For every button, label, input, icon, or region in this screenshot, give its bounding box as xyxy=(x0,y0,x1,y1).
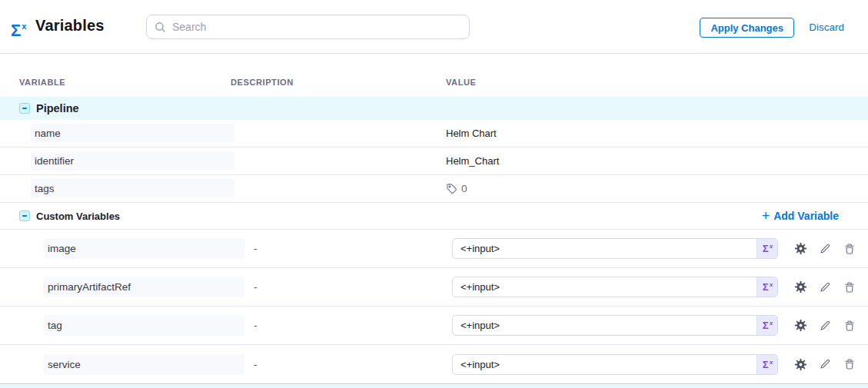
value-input-text: <+input> xyxy=(453,359,757,370)
custom-variables-section-header[interactable]: Custom Variables + Add Variable xyxy=(0,203,868,230)
edit-icon[interactable] xyxy=(818,357,832,371)
column-header-variable: VARIABLE xyxy=(19,78,231,87)
column-header-value: VALUE xyxy=(446,78,868,87)
pipeline-section-header[interactable]: Pipeline xyxy=(0,97,868,120)
add-variable-label: Add Variable xyxy=(773,210,839,222)
add-variable-button[interactable]: + Add Variable xyxy=(762,210,839,222)
sigma-sup: x xyxy=(770,281,773,288)
sigma-sup: x xyxy=(770,359,773,366)
value-input-text: <+input> xyxy=(453,320,757,331)
tag-icon xyxy=(446,183,457,194)
settings-icon[interactable] xyxy=(793,357,807,371)
edit-icon[interactable] xyxy=(818,319,832,333)
value-input[interactable]: <+input> Σx xyxy=(452,238,778,259)
plus-icon: + xyxy=(762,211,770,221)
variable-value: Helm Chart xyxy=(446,128,497,139)
panel-header: Σx Variables Apply Changes Discard xyxy=(0,0,868,54)
delete-icon[interactable] xyxy=(843,242,856,256)
expression-toggle-icon[interactable]: Σx xyxy=(757,239,777,258)
table-row-tags: tags 0 xyxy=(0,175,868,203)
table-row-tag: tag - <+input> Σx xyxy=(0,307,868,345)
sigma-sup: x xyxy=(770,243,773,250)
table-row-primaryartifactref: primaryArtifactRef - <+input> Σx xyxy=(0,268,868,307)
table-row-image: image - <+input> Σx xyxy=(0,230,868,268)
value-input[interactable]: <+input> Σx xyxy=(452,315,778,336)
settings-icon[interactable] xyxy=(793,242,807,256)
settings-icon[interactable] xyxy=(793,280,807,294)
variable-description: - xyxy=(231,243,446,254)
column-header-description: DESCRIPTION xyxy=(231,78,446,87)
table-row-identifier: identifier Helm_Chart xyxy=(0,148,868,175)
collapse-icon[interactable] xyxy=(19,211,30,221)
expression-toggle-icon[interactable]: Σx xyxy=(757,277,777,297)
pipeline-section-title: Pipeline xyxy=(36,102,79,114)
collapse-icon[interactable] xyxy=(19,103,30,114)
search-icon xyxy=(155,22,166,33)
table-header: VARIABLE DESCRIPTION VALUE xyxy=(0,54,868,97)
custom-variables-section-title: Custom Variables xyxy=(36,211,120,222)
value-input[interactable]: <+input> Σx xyxy=(452,277,778,297)
sigma-glyph: Σ xyxy=(763,243,769,254)
search-box[interactable] xyxy=(146,15,470,39)
sigma-glyph: Σ xyxy=(763,320,769,331)
expression-toggle-icon[interactable]: Σx xyxy=(757,316,777,335)
value-input-text: <+input> xyxy=(453,243,757,254)
variable-name: identifier xyxy=(31,151,234,171)
delete-icon[interactable] xyxy=(843,357,856,371)
discard-button[interactable]: Discard xyxy=(809,22,844,33)
page-title: Variables xyxy=(35,17,105,35)
delete-icon[interactable] xyxy=(843,319,856,333)
sigma-glyph: Σ xyxy=(763,359,769,370)
tag-count: 0 xyxy=(461,183,467,194)
variable-name: name xyxy=(31,124,234,143)
variable-description: - xyxy=(231,281,446,293)
tags-value: 0 xyxy=(446,183,467,194)
next-section-partial-row xyxy=(0,383,868,388)
variable-value: Helm_Chart xyxy=(446,155,499,167)
apply-changes-button[interactable]: Apply Changes xyxy=(700,18,794,38)
variable-name: tags xyxy=(31,179,234,198)
sigma-sup: x xyxy=(22,22,26,31)
variable-description: - xyxy=(231,320,446,331)
sigma-logo-icon: Σx xyxy=(11,17,25,41)
variable-name: tag xyxy=(44,315,244,336)
settings-icon[interactable] xyxy=(793,319,807,333)
variables-panel: Σx Variables Apply Changes Discard VARIA… xyxy=(0,0,868,388)
variable-name: service xyxy=(44,354,244,375)
edit-icon[interactable] xyxy=(818,280,832,294)
value-input-text: <+input> xyxy=(453,281,757,293)
sigma-sup: x xyxy=(770,320,773,327)
sigma-glyph: Σ xyxy=(763,281,769,293)
delete-icon[interactable] xyxy=(843,280,856,294)
sigma-glyph: Σ xyxy=(11,21,21,40)
expression-toggle-icon[interactable]: Σx xyxy=(757,355,777,374)
variable-description: - xyxy=(231,359,446,370)
table-row-name: name Helm Chart xyxy=(0,120,868,148)
value-input[interactable]: <+input> Σx xyxy=(452,354,778,375)
variable-name: image xyxy=(44,238,244,259)
variable-name: primaryArtifactRef xyxy=(44,277,244,297)
search-input[interactable] xyxy=(172,21,461,33)
table-row-service: service - <+input> Σx xyxy=(0,345,868,383)
edit-icon[interactable] xyxy=(818,242,832,256)
